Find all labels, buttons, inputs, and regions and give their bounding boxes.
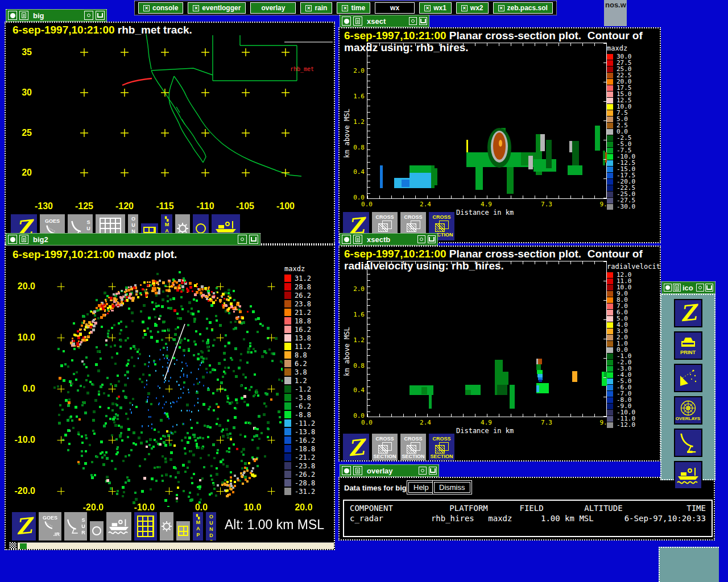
map-plot[interactable] (6, 34, 334, 210)
taskbar-button-eventlogger[interactable]: ✕eventlogger (188, 2, 246, 14)
bounds-button[interactable]: BOUNDS (205, 512, 217, 541)
colorbar-swatch (607, 329, 613, 334)
window-xsectb: 6-sep-1997,10:21:00 Planar cross-section… (338, 246, 661, 462)
zebra-menu-button[interactable]: Z (342, 433, 370, 462)
window-iconify-button[interactable] (419, 17, 427, 25)
window-menu-button[interactable] (664, 284, 672, 292)
taskbar-button-wx[interactable]: wx (375, 2, 415, 14)
surface-button[interactable]: SUR (64, 512, 88, 541)
window-shade-button[interactable] (696, 284, 704, 292)
table-row[interactable]: c_radarrhb_hiresmaxdz1.00 km MSL6-Sep-97… (344, 513, 712, 523)
ship-button[interactable] (106, 512, 132, 541)
window-shade-button[interactable] (419, 467, 427, 475)
circle-icon (196, 223, 206, 234)
checkbox-icon: ✕ (342, 5, 348, 11)
window-menu-button[interactable] (8, 11, 17, 20)
timestamp: 6-sep-1997,10:21:00 (344, 248, 446, 260)
window-doc-button[interactable] (353, 466, 362, 475)
goes-ir-button[interactable]: GOES.IR (38, 512, 62, 541)
colorbar-swatch (607, 179, 613, 185)
window-shade-button[interactable] (417, 235, 425, 243)
window-doc-button[interactable] (353, 16, 362, 26)
cross-section-button-active[interactable]: CROSSSECTION (428, 433, 455, 462)
print-button[interactable]: PRINT (674, 331, 702, 360)
taskbar-button-time[interactable]: ✕time (337, 2, 370, 14)
longitude-axis: -130-125-120-115-110-105-100 (6, 201, 334, 213)
dismiss-button[interactable]: Dismiss (434, 482, 470, 493)
ship-icon (676, 466, 700, 484)
radar-ppi-display[interactable] (38, 268, 283, 507)
radar-grid-button-active[interactable] (134, 512, 158, 541)
window-menu-button[interactable] (342, 16, 351, 26)
colorbar-swatch (607, 297, 613, 303)
partial-window-nosw[interactable]: nos.w (604, 0, 627, 26)
help-button[interactable]: Help (408, 482, 434, 493)
window-iconify-button[interactable] (96, 11, 105, 20)
table-cell: rhb_hires (431, 513, 488, 523)
taskbar-button-wx1[interactable]: ✕wx1 (419, 2, 452, 14)
zebra-logo-button[interactable]: Z (674, 299, 702, 327)
window-doc-button[interactable] (19, 235, 28, 244)
colorbar-swatch (607, 73, 613, 78)
circle-icon (344, 468, 349, 473)
circle-button[interactable] (89, 521, 104, 541)
map-button[interactable]: ▚MAP (192, 512, 204, 541)
colorbar-swatch (284, 360, 291, 367)
colorbar-row: -7.0 (607, 390, 661, 397)
colorbar-swatch (607, 66, 613, 72)
scrollbar-thumb[interactable] (20, 543, 27, 550)
small-grid-button[interactable] (176, 521, 191, 541)
cross-section-plot[interactable] (367, 261, 607, 417)
colorbar-label: 1.2 (295, 377, 307, 384)
window-doc-button[interactable] (673, 284, 681, 292)
window-iconify-button[interactable] (428, 235, 436, 243)
cross-section-plot[interactable] (367, 43, 607, 199)
taskbar-button-wx2[interactable]: ✕wx2 (456, 2, 489, 14)
circle-icon (344, 19, 349, 24)
colorbar-swatch (607, 416, 613, 422)
window-menu-button[interactable] (8, 235, 17, 244)
titlebar-big2[interactable]: big2 (6, 233, 260, 246)
data-times-table[interactable]: COMPONENTPLATFORMFIELDALTITUDETIMEc_rada… (343, 500, 713, 537)
window-menu-button[interactable] (342, 466, 351, 475)
axis-tick-label: 0.0 (361, 419, 373, 426)
window-iconify-button[interactable] (705, 284, 713, 292)
window-iconify-button[interactable] (249, 235, 258, 244)
window-fragment (659, 547, 719, 582)
axis-tick-label: 4.9 (481, 201, 492, 208)
window-ico: Z PRINT OVERLAYS (660, 294, 715, 480)
scrollbar-anchor[interactable] (10, 542, 18, 550)
titlebar-xsectb[interactable]: xsectb (340, 233, 438, 246)
circle-icon (665, 285, 670, 290)
overlays-button[interactable]: OVERLAYS (674, 396, 702, 425)
satellite-button[interactable] (674, 364, 702, 392)
window-doc-button[interactable] (353, 235, 362, 244)
colorbar-row: -8.0 (607, 397, 661, 403)
colorbar-label: 31.2 (295, 275, 311, 282)
titlebar-xsect[interactable]: xsect (340, 15, 429, 27)
ship-button[interactable] (674, 461, 702, 489)
zebra-menu-button[interactable]: Z (11, 512, 36, 541)
window-menu-button[interactable] (342, 235, 351, 244)
cross-section-button[interactable]: CROSSSECTION (400, 433, 427, 462)
radar-dish-button[interactable] (674, 429, 702, 457)
gear-button[interactable] (159, 512, 174, 541)
time-scrollbar[interactable] (9, 542, 334, 550)
window-shade-button[interactable] (84, 11, 93, 20)
checkbox-icon: ✕ (143, 5, 150, 11)
window-shade-button[interactable] (409, 17, 417, 25)
axis-tick-label: 9. (599, 201, 607, 208)
window-iconify-button[interactable] (429, 467, 437, 475)
window-doc-button[interactable] (19, 11, 28, 20)
titlebar-big[interactable]: big (6, 9, 107, 22)
plot-header: 6-sep-1997,10:21:00 Planar cross-section… (344, 248, 643, 260)
titlebar-ico[interactable]: ico (661, 281, 715, 294)
taskbar-button-rain[interactable]: ✕rain (300, 2, 332, 14)
taskbar-button-console[interactable]: ✕console (138, 2, 183, 14)
titlebar-overlay[interactable]: overlay (340, 464, 439, 477)
cross-section-button[interactable]: CROSSSECTION (371, 433, 398, 462)
window-shade-button[interactable] (238, 235, 247, 244)
taskbar-button-overlay[interactable]: overlay (250, 2, 296, 14)
table-row[interactable]: COMPONENTPLATFORMFIELDALTITUDETIME (344, 503, 712, 513)
taskbar-button-zeb-pacs-sol[interactable]: ✕zeb.pacs.sol (493, 2, 553, 14)
